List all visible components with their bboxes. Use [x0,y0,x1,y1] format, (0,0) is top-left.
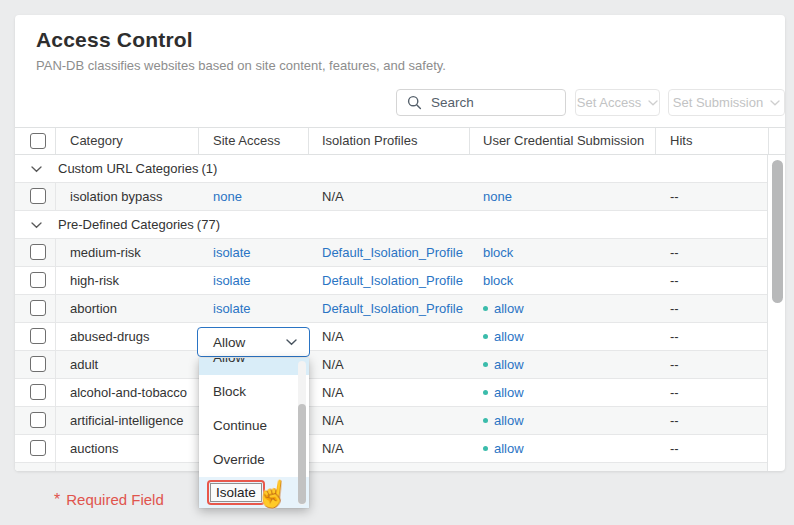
row-checkbox[interactable] [30,412,46,428]
required-label: Required Field [66,491,164,508]
category-cell: isolation bypass [70,183,163,210]
row-checkbox[interactable] [30,440,46,456]
submission-cell: block [483,267,513,294]
group-label: Custom URL Categories [58,161,198,176]
status-dot-icon [483,390,488,395]
search-icon [407,95,422,110]
hits-cell: -- [670,351,679,378]
column-divider [55,323,56,350]
isolation-profile-cell[interactable]: Default_Isolation_Profile [322,267,463,294]
table-body: Custom URL Categories(1)isolation bypass… [15,155,768,471]
column-divider [55,351,56,378]
hits-cell: -- [670,183,679,210]
site-access-cell[interactable]: isolate [213,267,251,294]
table-row: artificial-intelligenceN/Aallow-- [15,407,767,435]
row-checkbox[interactable] [30,328,46,344]
site-access-cell[interactable]: isolate [213,295,251,322]
group-count: (77) [197,217,220,232]
submission-cell: allow [483,351,524,378]
submission-value[interactable]: allow [494,385,524,400]
isolation-profile-cell: N/A [322,407,344,434]
dropdown-option-override[interactable]: Override [199,443,309,477]
row-checkbox[interactable] [30,272,46,288]
submission-cell: allow [483,407,524,434]
column-header-isolation-profiles: Isolation Profiles [322,128,417,154]
submission-value[interactable]: allow [494,441,524,456]
table-scrollbar-thumb[interactable] [772,160,783,303]
set-submission-button[interactable]: Set Submission [668,89,785,116]
table-row: medium-riskisolateDefault_Isolation_Prof… [15,239,767,267]
isolation-profile-cell: N/A [322,379,344,406]
row-checkbox[interactable] [30,356,46,372]
isolation-profile-cell: N/A [322,323,344,350]
hits-cell: -- [670,435,679,462]
submission-value[interactable]: block [483,273,513,288]
row-checkbox[interactable] [30,188,46,204]
page-subtitle: PAN-DB classifies websites based on site… [36,58,446,73]
site-access-dropdown-menu: Allow Block Continue Override Isolate [199,358,309,508]
category-cell: auctions [70,435,118,462]
dropdown-option-allow[interactable]: Allow [199,358,309,375]
column-header-user-credential-submission: User Credential Submission [483,128,644,154]
submission-value[interactable]: none [483,189,512,204]
hits-cell: -- [670,239,679,266]
submission-cell: allow [483,379,524,406]
column-divider [655,128,656,154]
column-divider [469,128,470,154]
chevron-down-icon [648,100,658,106]
search-box [396,89,566,116]
group-row[interactable]: Pre-Defined Categories(77) [15,211,767,239]
group-label: Pre-Defined Categories [58,217,194,232]
submission-value[interactable]: block [483,245,513,260]
cursor-pointer-icon: ☝ [254,476,292,512]
column-header-category: Category [70,128,123,154]
chevron-down-icon [31,222,42,229]
submission-cell: none [483,183,512,210]
dropdown-option-continue[interactable]: Continue [199,409,309,443]
select-all-checkbox[interactable] [30,133,46,149]
group-row[interactable]: Custom URL Categories(1) [15,155,767,183]
table-row: alcohol-and-tobaccoN/Aallow-- [15,379,767,407]
submission-value[interactable]: allow [494,329,524,344]
column-divider [55,379,56,406]
site-access-cell[interactable]: isolate [213,239,251,266]
site-access-cell[interactable]: none [213,183,242,210]
required-field-note: * Required Field [54,491,164,509]
site-access-select[interactable]: Allow [197,327,310,357]
group-count: (1) [201,161,217,176]
hits-cell: -- [670,295,679,322]
submission-cell: allow [483,323,524,350]
status-dot-icon [483,362,488,367]
set-access-label: Set Access [577,95,641,110]
table-row: adultN/Aallow-- [15,351,767,379]
submission-cell: block [483,239,513,266]
isolation-profile-cell: N/A [322,351,344,378]
isolation-profile-cell[interactable]: Default_Isolation_Profile [322,295,463,322]
category-cell: high-risk [70,267,119,294]
dropdown-scrollbar-thumb[interactable] [298,404,306,504]
column-divider [55,239,56,266]
category-cell: artificial-intelligence [70,407,183,434]
column-divider [55,128,56,154]
category-cell: medium-risk [70,239,141,266]
set-access-button[interactable]: Set Access [575,89,660,116]
select-value: Allow [213,335,245,350]
search-input[interactable] [431,95,555,110]
dropdown-option-block[interactable]: Block [199,375,309,409]
row-checkbox[interactable] [30,300,46,316]
submission-cell: allow [483,435,524,462]
isolation-profile-cell[interactable]: Default_Isolation_Profile [322,239,463,266]
table-row: auctionsN/Aallow-- [15,435,767,463]
hits-cell: -- [670,267,679,294]
column-divider [768,128,769,154]
submission-value[interactable]: allow [494,357,524,372]
row-checkbox[interactable] [30,384,46,400]
submission-value[interactable]: allow [494,413,524,428]
status-dot-icon [483,418,488,423]
chevron-down-icon [31,166,42,173]
table-row: abused-drugsN/Aallow-- [15,323,767,351]
submission-value[interactable]: allow [494,301,524,316]
row-checkbox[interactable] [30,244,46,260]
column-divider [55,407,56,434]
table-header: Category Site Access Isolation Profiles … [15,127,785,155]
